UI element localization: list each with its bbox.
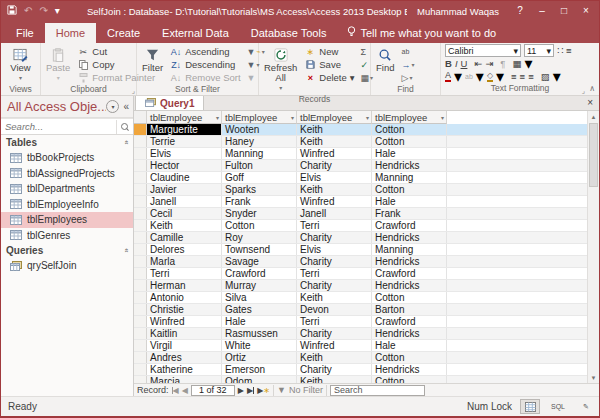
cell[interactable]: Charity	[297, 328, 372, 339]
cell[interactable]: Crawford	[372, 220, 447, 231]
queries-section-header[interactable]: Queries «	[1, 243, 133, 258]
table-row[interactable]: Terri Crawford Terri Crawford	[134, 268, 587, 280]
row-selector[interactable]	[134, 244, 147, 255]
cell[interactable]: Cotton	[372, 292, 447, 303]
sidebar-table-item[interactable]: tbBookProjects	[1, 150, 133, 166]
cell[interactable]: Katherine	[147, 364, 222, 375]
cell[interactable]: Terrie	[147, 136, 222, 147]
cell[interactable]: Rasmussen	[222, 328, 297, 339]
cell[interactable]: Hale	[372, 148, 447, 159]
row-selector[interactable]	[134, 268, 147, 279]
cell[interactable]: Winfred	[297, 196, 372, 207]
cell[interactable]: Charity	[297, 256, 372, 267]
cell[interactable]: Camille	[147, 232, 222, 243]
cell[interactable]: Christie	[147, 304, 222, 315]
row-selector[interactable]	[134, 196, 147, 207]
navigation-pane-header[interactable]: All Access Obje... ▾ «	[1, 96, 133, 118]
close-button[interactable]: ×	[575, 2, 597, 20]
table-row[interactable]: Hector Fulton Charity Hendricks	[134, 160, 587, 172]
cell[interactable]: Haney	[222, 136, 297, 147]
table-row[interactable]: Andres Ortiz Keith Cotton	[134, 352, 587, 364]
cell[interactable]: Elvis	[147, 148, 222, 159]
row-selector[interactable]	[134, 316, 147, 327]
sidebar-table-item[interactable]: tblGenres	[1, 228, 133, 244]
bullets-icon[interactable]: ∷	[557, 45, 563, 56]
highlight-icon[interactable]: ab	[465, 73, 473, 80]
cell[interactable]: Keith	[297, 292, 372, 303]
ribbon-tab[interactable]: Home	[45, 23, 96, 43]
cell[interactable]: Cotton	[372, 376, 447, 383]
find-button[interactable]: Find	[373, 45, 397, 74]
account-name[interactable]: Muhammad Waqas	[417, 6, 499, 17]
cell[interactable]: Frank	[372, 208, 447, 219]
text-direction-icon[interactable]: ¶	[500, 58, 505, 69]
new-record-button[interactable]: ∗ New	[302, 45, 356, 58]
tell-me-box[interactable]: Tell me what you want to do	[337, 22, 506, 43]
first-record-button[interactable]: ◀	[172, 386, 179, 395]
minimize-button[interactable]: –	[531, 2, 553, 20]
cell[interactable]: Terri	[297, 220, 372, 231]
row-selector[interactable]	[134, 124, 147, 135]
cell[interactable]: Manning	[372, 244, 447, 255]
table-row[interactable]: Virgil White Winfred Hale	[134, 340, 587, 352]
cell[interactable]: Devon	[297, 304, 372, 315]
row-selector[interactable]	[134, 340, 147, 351]
record-search-input[interactable]	[330, 385, 425, 396]
cell[interactable]: Wooten	[222, 124, 297, 135]
table-row[interactable]: Christie Gates Devon Barton	[134, 304, 587, 316]
increase-indent-icon[interactable]: ⇥	[485, 58, 493, 69]
cell[interactable]: Emerson	[222, 364, 297, 375]
cell[interactable]: Ortiz	[222, 352, 297, 363]
cell[interactable]: Hendricks	[372, 280, 447, 291]
align-left-icon[interactable]: ≡	[511, 71, 517, 82]
redo-icon[interactable]: ↷	[39, 6, 47, 16]
cell[interactable]: Cotton	[372, 352, 447, 363]
cell[interactable]: Charity	[297, 280, 372, 291]
search-icon[interactable]	[116, 120, 130, 134]
text-formatting-dialog-launcher-icon[interactable]: ⌟	[582, 87, 585, 94]
cell[interactable]: Manning	[372, 172, 447, 183]
sidebar-table-item[interactable]: tblEmployeeInfo	[1, 197, 133, 213]
cell[interactable]: Marguerite	[147, 124, 222, 135]
cell[interactable]: Roy	[222, 232, 297, 243]
cell[interactable]: Elvis	[297, 172, 372, 183]
row-selector[interactable]	[134, 328, 147, 339]
column-dropdown-icon[interactable]: ▾	[441, 114, 444, 121]
row-selector[interactable]	[134, 136, 147, 147]
table-row[interactable]: Terrie Haney Keith Cotton	[134, 136, 587, 148]
table-row[interactable]: Kaitlin Rasmussen Charity Hendricks	[134, 328, 587, 340]
close-document-icon[interactable]: ×	[587, 98, 593, 108]
collapse-section-icon[interactable]: «	[121, 248, 130, 252]
goto-button[interactable]: →▾	[399, 58, 416, 71]
cell[interactable]: Keith	[147, 220, 222, 231]
cell[interactable]: Snyder	[222, 208, 297, 219]
table-row[interactable]: Janell Frank Winfred Hale	[134, 196, 587, 208]
row-selector[interactable]	[134, 172, 147, 183]
background-color-icon[interactable]: ◇	[487, 72, 493, 82]
cell[interactable]: Keith	[297, 352, 372, 363]
cell[interactable]: Hale	[372, 340, 447, 351]
cell[interactable]: Hendricks	[372, 328, 447, 339]
cell[interactable]: Odom	[222, 376, 297, 383]
bold-button[interactable]: B	[445, 58, 452, 69]
font-name-combo[interactable]: Calibri ▾	[445, 44, 521, 57]
column-dropdown-icon[interactable]: ▾	[216, 114, 219, 121]
sidebar-table-item[interactable]: tblAssignedProjects	[1, 166, 133, 182]
collapse-ribbon-icon[interactable]: ∧	[589, 84, 595, 93]
filter-button[interactable]: Filter	[139, 45, 166, 74]
column-header[interactable]: tblEmployee ▾	[372, 111, 447, 124]
tables-section-header[interactable]: Tables «	[1, 135, 133, 150]
cell[interactable]: Delores	[147, 244, 222, 255]
cell[interactable]: Herman	[147, 280, 222, 291]
cell[interactable]: Gates	[222, 304, 297, 315]
cell[interactable]: Barton	[372, 304, 447, 315]
row-selector[interactable]	[134, 256, 147, 267]
table-row[interactable]: Claudine Goff Elvis Manning	[134, 172, 587, 184]
row-selector[interactable]	[134, 352, 147, 363]
table-row[interactable]: Camille Roy Charity Hendricks	[134, 232, 587, 244]
filter-indicator[interactable]: ▼ No Filter	[277, 385, 323, 395]
replace-button[interactable]: ab	[399, 45, 416, 58]
column-header[interactable]: tblEmployee ▾	[222, 111, 297, 124]
column-header[interactable]: tblEmployee ▾	[297, 111, 372, 124]
cell[interactable]: Hale	[372, 196, 447, 207]
